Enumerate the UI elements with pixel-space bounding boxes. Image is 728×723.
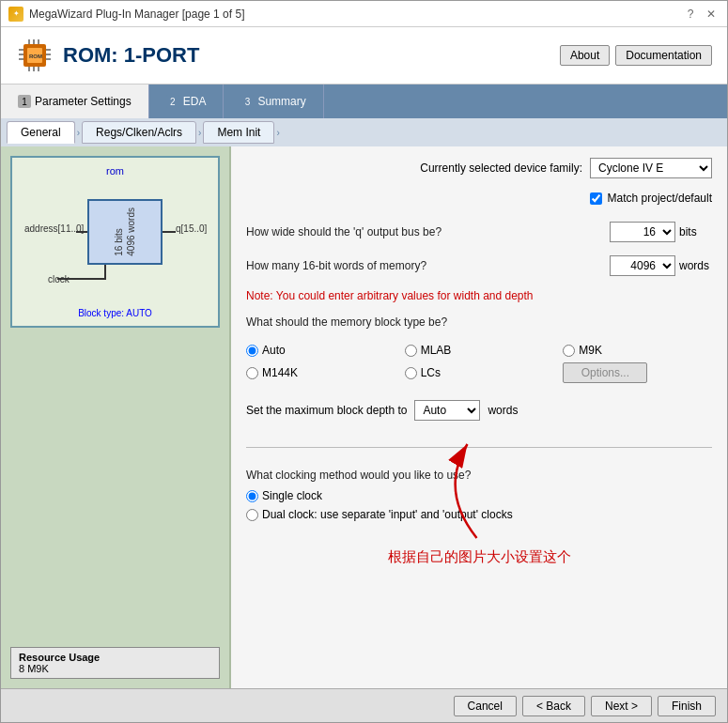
resource-box: Resource Usage 8 M9K (10, 647, 220, 679)
title-bar-left: ✦ MegaWizard Plug-In Manager [page 1 of … (8, 7, 244, 22)
radio-mlab-input[interactable] (405, 345, 417, 357)
svg-rect-2 (19, 49, 23, 51)
title-controls: ? ✕ (682, 6, 720, 23)
max-depth-label: Set the maximum block depth to (246, 404, 407, 417)
next-button[interactable]: Next > (591, 696, 652, 716)
chip-icon: ROM (16, 37, 54, 74)
radio-m144k-input[interactable] (246, 367, 258, 379)
svg-rect-13 (38, 67, 39, 71)
clock-single-item: Single clock (246, 489, 712, 502)
svg-rect-3 (19, 54, 23, 55)
match-project-checkbox[interactable] (590, 192, 602, 205)
svg-rect-7 (46, 58, 51, 60)
about-button[interactable]: About (560, 45, 610, 66)
tab-number-2: 2 (166, 95, 179, 108)
tab-eda[interactable]: 2 EDA (149, 85, 225, 118)
right-panel: Currently selected device family: Cyclon… (231, 146, 727, 688)
title-bar: ✦ MegaWizard Plug-In Manager [page 1 of … (1, 1, 727, 27)
tab-label-2: EDA (183, 95, 207, 108)
output-signal-label: q[15..0] (176, 223, 207, 234)
diagram-area: rom address[11..0] 16 bits 4096 words q[ (10, 156, 220, 328)
block-box: 16 bits 4096 words (87, 199, 163, 265)
svg-rect-9 (33, 39, 35, 44)
radio-m9k-label: M9K (579, 344, 602, 357)
clock-radio-group: Single clock Dual clock: use separate 'i… (246, 489, 712, 521)
documentation-button[interactable]: Documentation (615, 45, 712, 66)
radio-m9k-input[interactable] (563, 345, 575, 357)
subtab-general[interactable]: General (7, 121, 75, 144)
depth-field-row: How many 16-bit words of memory? 4096 wo… (246, 255, 712, 276)
max-depth-row: Set the maximum block depth to Auto 32 6… (246, 400, 712, 421)
help-button[interactable]: ? (682, 6, 699, 23)
match-project-label: Match project/default (608, 192, 712, 205)
svg-rect-8 (28, 39, 30, 44)
back-button[interactable]: < Back (522, 696, 585, 716)
output-wire (163, 231, 176, 233)
device-family-select[interactable]: Cyclone IV E (590, 158, 712, 178)
max-depth-select[interactable]: Auto 32 64 128 256 (414, 400, 480, 421)
clock-dual-radio[interactable] (246, 509, 258, 521)
diagram-name-label: rom (20, 165, 210, 177)
radio-auto-input[interactable] (246, 345, 258, 357)
tab-number-3: 3 (240, 95, 254, 108)
svg-text:ROM: ROM (29, 54, 42, 59)
width-label: How wide should the 'q' output bus be? (246, 225, 441, 238)
cancel-button[interactable]: Cancel (454, 696, 517, 716)
tabs-row: 1 Parameter Settings 2 EDA 3 Summary (1, 85, 727, 118)
subtab-regs[interactable]: Regs/Clken/Aclrs (82, 121, 196, 144)
options-button[interactable]: Options... (563, 362, 647, 383)
width-controls: 16 bits (610, 222, 712, 242)
radio-lcs-label: LCs (421, 366, 441, 379)
resource-title: Resource Usage (19, 652, 211, 663)
tab-summary[interactable]: 3 Summary (224, 85, 323, 118)
clock-single-radio[interactable] (246, 490, 258, 502)
close-button[interactable]: ✕ (703, 6, 720, 23)
radio-lcs: LCs (405, 362, 554, 383)
bottom-bar: Cancel < Back Next > Finish (1, 688, 727, 722)
clock-single-label: Single clock (262, 489, 322, 502)
width-input[interactable]: 16 (610, 222, 675, 242)
clock-label: What clocking method would you like to u… (246, 469, 712, 482)
subtab-mem-init[interactable]: Mem Init (203, 121, 274, 144)
radio-auto-label: Auto (262, 344, 286, 357)
subtab-arrow-1: › (77, 128, 80, 138)
tab-parameter-settings[interactable]: 1 Parameter Settings (1, 85, 149, 118)
memory-block-grid: Auto MLAB M9K M144K LCs Opt (246, 344, 712, 383)
svg-rect-10 (38, 39, 39, 44)
window-title: MegaWizard Plug-In Manager [page 1 of 5] (29, 8, 244, 21)
subtab-arrow-3: › (276, 128, 279, 138)
radio-mlab: MLAB (405, 344, 554, 357)
block-text: 16 bits 4096 words (113, 208, 137, 256)
radio-auto: Auto (246, 344, 395, 357)
radio-mlab-label: MLAB (421, 344, 452, 357)
left-panel: rom address[11..0] 16 bits 4096 words q[ (1, 146, 231, 688)
clock-signal-label: clock (48, 274, 70, 285)
width-field-row: How wide should the 'q' output bus be? 1… (246, 222, 712, 242)
depth-input[interactable]: 4096 (610, 255, 675, 276)
clock-dual-label: Dual clock: use separate 'input' and 'ou… (262, 508, 513, 521)
device-family-label: Currently selected device family: (420, 162, 582, 175)
block-type-label: Block type: AUTO (20, 308, 210, 318)
svg-rect-6 (46, 54, 51, 55)
app-icon: ✦ (8, 7, 23, 22)
page-title: ROM: 1-PORT (63, 43, 199, 68)
clock-dual-item: Dual clock: use separate 'input' and 'ou… (246, 508, 712, 521)
memory-block-label: What should the memory block type be? (246, 315, 712, 329)
svg-rect-12 (33, 67, 35, 71)
depth-controls: 4096 words (610, 255, 712, 276)
header-section: ROM ROM: 1-PORT About Documentation (1, 27, 727, 85)
subtab-general-label: General (21, 126, 61, 139)
match-project-row: Match project/default (246, 192, 712, 205)
note-text: Note: You could enter arbitrary values f… (246, 289, 712, 302)
radio-lcs-input[interactable] (405, 367, 417, 379)
subtab-regs-label: Regs/Clken/Aclrs (96, 126, 182, 139)
header-title-area: ROM ROM: 1-PORT (16, 37, 199, 74)
tab-number-1: 1 (18, 95, 31, 108)
finish-button[interactable]: Finish (658, 696, 716, 716)
svg-rect-11 (28, 67, 30, 71)
tab-label-1: Parameter Settings (35, 95, 132, 108)
input-signal-label: address[11..0] (24, 223, 84, 234)
radio-m9k: M9K (563, 344, 712, 357)
subtab-arrow-2: › (198, 128, 201, 138)
radio-m144k-label: M144K (262, 366, 298, 379)
